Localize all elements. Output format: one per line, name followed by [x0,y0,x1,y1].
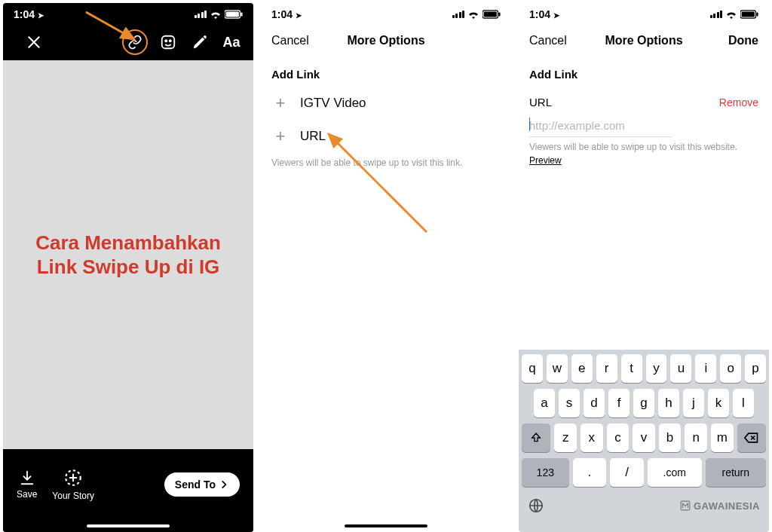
story-bottom-bar: Save Your Story Send To [3,449,253,532]
cancel-button[interactable]: Cancel [529,34,571,47]
key-t[interactable]: t [621,354,642,383]
numbers-key[interactable]: 123 [522,458,569,487]
send-to-button[interactable]: Send To [164,472,240,497]
svg-rect-1 [226,12,239,17]
url-label: URL [529,96,552,109]
phone-more-options: 1:04 ➤ Cancel More Options Add Link + IG… [261,3,511,532]
shift-icon [530,432,542,444]
battery-icon [482,10,501,19]
key-g[interactable]: g [633,389,654,417]
key-h[interactable]: h [658,389,679,417]
svg-point-5 [170,40,171,41]
battery-icon [740,10,758,19]
key-v[interactable]: v [633,423,655,452]
section-header: Add Link [519,57,769,87]
text-button[interactable]: Aa [220,31,243,54]
key-w[interactable]: w [547,354,568,383]
home-indicator[interactable] [345,524,427,527]
plus-icon: + [271,94,290,112]
plus-icon: + [271,127,290,145]
nav-bar: Cancel More Options [261,24,511,57]
cellular-icon [195,11,207,18]
cellular-icon [710,11,723,18]
link-button[interactable] [122,29,148,55]
key-q[interactable]: q [522,354,543,383]
download-icon [19,469,35,486]
dot-key[interactable]: . [573,458,607,487]
key-s[interactable]: s [559,389,580,417]
url-input[interactable] [529,115,672,137]
key-n[interactable]: n [685,423,707,452]
close-icon [26,35,41,50]
wifi-icon [725,10,737,19]
key-p[interactable]: p [745,354,766,383]
key-c[interactable]: c [607,423,630,452]
status-bar: 1:04 ➤ [261,3,511,24]
done-button[interactable]: Done [716,34,758,47]
status-time: 1:04 ➤ [271,8,302,20]
status-bar: 1:04 ➤ [3,3,253,24]
sticker-icon [160,34,176,50]
key-e[interactable]: e [571,354,593,383]
key-u[interactable]: u [670,354,691,383]
battery-icon [225,10,243,19]
sticker-button[interactable] [157,31,179,54]
backspace-key[interactable] [737,423,766,452]
url-row: URL Remove [519,87,769,112]
story-canvas[interactable]: Cara Menambahkan Link Swipe Up di IG [3,60,253,449]
key-y[interactable]: y [646,354,667,383]
globe-icon[interactable] [528,497,544,514]
key-d[interactable]: d [584,389,605,417]
svg-rect-8 [484,12,497,17]
add-url-label: URL [300,129,326,144]
phone-story-editor: 1:04 ➤ Aa Cara Menambahkan Link Swipe Up… [3,3,253,532]
add-igtv-label: IGTV Video [300,96,366,111]
home-indicator[interactable] [87,524,170,527]
chevron-right-icon [219,479,229,490]
nav-bar: Cancel More Options Done [519,24,769,57]
hint-text: Viewers will be able to swipe up to visi… [261,153,511,168]
key-o[interactable]: o [720,354,741,383]
add-igtv-row[interactable]: + IGTV Video [261,87,511,120]
remove-button[interactable]: Remove [719,96,758,109]
svg-rect-3 [162,36,175,49]
dotcom-key[interactable]: .com [648,458,702,487]
cancel-button[interactable]: Cancel [271,34,314,47]
status-time: 1:04 ➤ [529,8,559,20]
key-f[interactable]: f [608,389,630,417]
key-l[interactable]: l [733,389,754,417]
close-button[interactable] [23,31,45,54]
watermark: GAWAINESIA [680,500,760,512]
svg-point-4 [165,40,167,41]
svg-rect-2 [240,12,242,16]
svg-rect-9 [498,12,500,16]
key-i[interactable]: i [695,354,716,383]
your-story-icon [63,468,83,488]
save-button[interactable]: Save [17,469,37,500]
key-z[interactable]: z [554,423,577,452]
key-r[interactable]: r [596,354,617,383]
watermark-icon [680,500,691,511]
status-bar: 1:04 ➤ [519,3,769,24]
key-m[interactable]: m [711,423,734,452]
key-k[interactable]: k [708,389,729,417]
svg-rect-11 [742,12,755,17]
return-key[interactable]: return [706,458,766,487]
shift-key[interactable] [522,423,550,452]
hint-text: Viewers will be able to swipe up to visi… [519,137,769,166]
key-j[interactable]: j [683,389,704,417]
status-indicators [710,10,759,19]
status-time: 1:04 ➤ [14,8,44,20]
key-a[interactable]: a [534,389,555,417]
key-x[interactable]: x [581,423,603,452]
your-story-button[interactable]: Your Story [52,468,94,501]
draw-button[interactable] [188,31,211,54]
cellular-icon [452,11,465,18]
add-url-row[interactable]: + URL [261,120,511,153]
slash-key[interactable]: / [610,458,644,487]
preview-link[interactable]: Preview [529,155,562,166]
key-b[interactable]: b [659,423,682,452]
story-editor-toolbar: Aa [3,24,253,60]
tutorial-caption: Cara Menambahkan Link Swipe Up di IG [25,231,231,280]
wifi-icon [467,10,479,19]
